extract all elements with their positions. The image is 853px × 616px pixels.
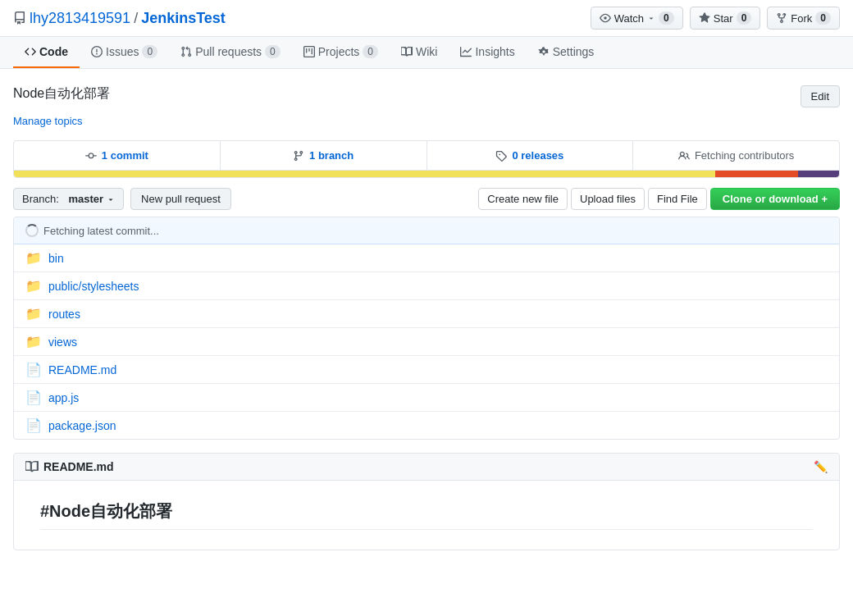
file-link-appjs[interactable]: app.js [48, 391, 79, 404]
repo-separator: / [134, 10, 138, 27]
file-link-public-stylesheets[interactable]: public/stylesheets [48, 280, 139, 293]
main-content: Node自动化部署 Edit Manage topics 1 commit 1 … [0, 69, 853, 567]
tab-wiki-label: Wiki [416, 45, 437, 58]
toolbar-left: Branch: master New pull request [13, 188, 231, 210]
chevron-down-icon [647, 14, 655, 22]
readme-book-icon [25, 460, 39, 473]
star-icon [699, 12, 710, 24]
fork-button[interactable]: Fork 0 [767, 7, 840, 30]
projects-icon [303, 46, 315, 57]
releases-label-text: releases [521, 149, 563, 162]
pr-badge: 0 [265, 45, 281, 58]
stats-row: 1 commit 1 branch 0 releases [14, 141, 839, 171]
repo-icon [13, 11, 26, 25]
edit-button[interactable]: Edit [801, 85, 840, 107]
file-row: 📁 routes [14, 300, 839, 328]
tab-pr-label: Pull requests [195, 45, 262, 58]
tab-projects-label: Projects [318, 45, 360, 58]
fork-icon [776, 12, 787, 24]
file-link-routes[interactable]: routes [48, 308, 80, 321]
tab-code[interactable]: Code [13, 37, 80, 68]
code-icon [25, 46, 36, 57]
tab-settings-label: Settings [553, 45, 595, 58]
releases-stat: 0 releases [427, 141, 634, 170]
dir-icon: 📁 [25, 306, 42, 322]
repo-name[interactable]: JenkinsTest [141, 10, 226, 27]
watch-count: 0 [659, 11, 674, 25]
file-link-packagejson[interactable]: package.json [48, 419, 116, 432]
branch-chevron-icon [107, 195, 115, 203]
clone-button[interactable]: Clone or download + [710, 188, 840, 210]
stats-bar: 1 commit 1 branch 0 releases [13, 140, 840, 178]
nav-tabs: Code Issues 0 Pull requests 0 Projects 0… [0, 37, 853, 69]
branch-name: master [68, 193, 103, 205]
repo-owner[interactable]: lhy2813419591 [30, 10, 130, 27]
watch-button[interactable]: Watch 0 [591, 7, 683, 30]
language-bar [14, 171, 839, 177]
tab-issues[interactable]: Issues 0 [80, 37, 169, 68]
star-button[interactable]: Star 0 [690, 7, 761, 30]
file-link-bin[interactable]: bin [48, 252, 64, 265]
star-label: Star [714, 12, 733, 25]
tab-issues-label: Issues [106, 45, 139, 58]
releases-count: 0 [512, 149, 518, 162]
readme-body: #Node自动化部署 [14, 481, 839, 550]
wiki-icon [401, 46, 413, 57]
tab-insights-label: Insights [475, 45, 514, 58]
branches-link[interactable]: 1 branch [309, 149, 354, 162]
branch-label: Branch: [22, 193, 59, 205]
tab-projects[interactable]: Projects 0 [292, 37, 390, 68]
releases-link[interactable]: 0 releases [512, 149, 563, 162]
loading-spinner [25, 224, 39, 237]
branch-icon [293, 150, 304, 162]
pr-icon [180, 46, 192, 57]
watch-label: Watch [614, 12, 644, 25]
branch-selector[interactable]: Branch: master [13, 188, 124, 210]
tab-pull-requests[interactable]: Pull requests 0 [169, 37, 292, 68]
readme-section: README.md ✏️ #Node自动化部署 [13, 453, 840, 550]
contributors-stat: Fetching contributors [633, 141, 839, 170]
edit-readme-icon[interactable]: ✏️ [814, 460, 828, 473]
settings-icon [538, 46, 550, 57]
fork-count: 0 [815, 11, 831, 25]
issues-badge: 0 [142, 45, 157, 58]
dir-icon: 📁 [25, 278, 42, 294]
commit-info-row: Fetching latest commit... [14, 217, 839, 244]
upload-button[interactable]: Upload files [571, 188, 645, 210]
readme-title: README.md [43, 460, 114, 473]
issue-icon [91, 46, 103, 57]
toolbar: Branch: master New pull request Create n… [13, 178, 840, 217]
file-link-readme[interactable]: README.md [48, 363, 116, 376]
fork-label: Fork [791, 12, 812, 25]
tab-code-label: Code [39, 45, 68, 58]
file-doc-icon: 📄 [25, 362, 42, 377]
commits-count: 1 [102, 149, 107, 162]
tab-wiki[interactable]: Wiki [390, 37, 449, 68]
tab-insights[interactable]: Insights [449, 37, 526, 68]
lang-other [798, 171, 839, 177]
find-file-button[interactable]: Find File [648, 188, 707, 210]
people-icon [678, 150, 690, 162]
file-row: 📁 public/stylesheets [14, 272, 839, 300]
tab-settings[interactable]: Settings [527, 37, 606, 68]
file-row: 📁 views [14, 328, 839, 356]
lang-js [14, 171, 715, 177]
branches-label-text: branch [318, 149, 354, 162]
new-pr-button[interactable]: New pull request [130, 188, 231, 210]
create-new-button[interactable]: Create new file [478, 188, 568, 210]
contributors-label: Fetching contributors [695, 149, 794, 162]
top-bar: lhy2813419591 / JenkinsTest Watch 0 Star… [0, 0, 853, 37]
branches-count: 1 [309, 149, 315, 162]
commits-link[interactable]: 1 commit [102, 149, 148, 162]
dir-icon: 📁 [25, 250, 42, 266]
star-count: 0 [737, 11, 752, 25]
manage-topics-link[interactable]: Manage topics [13, 115, 83, 127]
projects-badge: 0 [363, 45, 378, 58]
insights-icon [460, 46, 472, 57]
repo-description-area: Node自动化部署 Edit [13, 85, 840, 107]
readme-header: README.md ✏️ [14, 454, 839, 481]
file-row: 📁 bin [14, 244, 839, 272]
lang-css [715, 171, 798, 177]
commits-icon [85, 150, 97, 162]
file-link-views[interactable]: views [48, 335, 77, 349]
